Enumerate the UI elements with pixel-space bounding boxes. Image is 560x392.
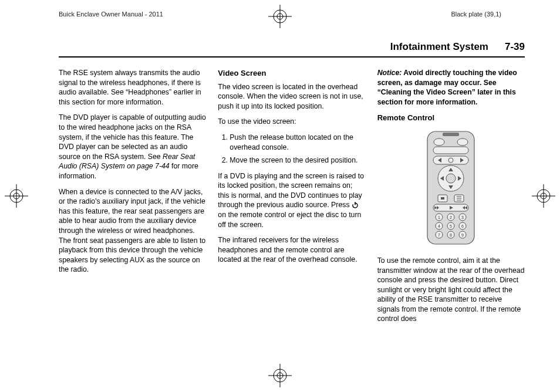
column-2: Video Screen The video screen is located… <box>218 68 365 330</box>
svg-point-20 <box>434 138 444 146</box>
steps-list: Push the release button located on the o… <box>218 133 365 165</box>
body-text: The DVD player is capable of outputting … <box>59 113 206 181</box>
svg-rect-35 <box>441 197 444 200</box>
svg-text:2: 2 <box>450 215 452 219</box>
body-columns: The RSE system always transmits the audi… <box>59 68 525 330</box>
remote-control-figure: 1 2 3 4 5 6 7 8 9 <box>377 129 525 246</box>
svg-text:6: 6 <box>461 224 464 228</box>
column-3: Notice: Avoid directly touching the vide… <box>377 68 525 330</box>
body-text: If a DVD is playing and the screen is ra… <box>218 171 365 230</box>
text-run: on the remote control or eject the disc … <box>218 211 361 229</box>
svg-text:7: 7 <box>438 232 440 236</box>
heading-remote-control: Remote Control <box>377 113 525 123</box>
svg-point-21 <box>457 138 468 146</box>
page-number: 7-39 <box>505 41 525 53</box>
plate-label: Black plate (39,1) <box>451 11 501 18</box>
notice-label: Notice: <box>377 69 402 77</box>
step-item: Move the screen to the desired position. <box>230 156 365 165</box>
heading-video-screen: Video Screen <box>218 68 365 79</box>
body-text: To use the remote control, aim it at the… <box>377 256 525 324</box>
running-head: Infotainment System 7-39 <box>59 41 525 58</box>
svg-point-28 <box>446 174 456 183</box>
body-text: When a device is connected to the A/V ja… <box>59 187 206 275</box>
body-text: To use the video screen: <box>218 117 365 127</box>
svg-rect-22 <box>433 147 468 154</box>
registration-mark-right <box>532 184 555 208</box>
svg-text:9: 9 <box>461 232 464 236</box>
svg-text:8: 8 <box>450 232 452 236</box>
column-1: The RSE system always transmits the audi… <box>59 68 206 330</box>
svg-text:1: 1 <box>438 215 440 219</box>
section-title: Infotainment System <box>390 41 488 53</box>
registration-mark-left <box>5 184 28 208</box>
svg-text:3: 3 <box>461 215 464 219</box>
body-text: The video screen is located in the overh… <box>218 82 365 111</box>
body-text: The RSE system always transmits the audi… <box>59 68 206 107</box>
notice-block: Notice: Avoid directly touching the vide… <box>377 68 525 107</box>
text-run: If a DVD is playing and the screen is ra… <box>218 172 364 209</box>
registration-mark-bottom <box>268 364 292 387</box>
step-item: Push the release button located on the o… <box>230 133 365 152</box>
svg-text:4: 4 <box>438 224 440 228</box>
page-content: Infotainment System 7-39 The RSE system … <box>59 41 525 360</box>
body-text: The infrared receivers for the wireless … <box>218 235 365 265</box>
svg-rect-19 <box>443 133 459 136</box>
power-icon <box>352 201 359 208</box>
manual-title: Buick Enclave Owner Manual - 2011 <box>59 11 163 18</box>
print-header: Buick Enclave Owner Manual - 2011 Black … <box>0 11 560 18</box>
svg-text:5: 5 <box>450 224 452 228</box>
